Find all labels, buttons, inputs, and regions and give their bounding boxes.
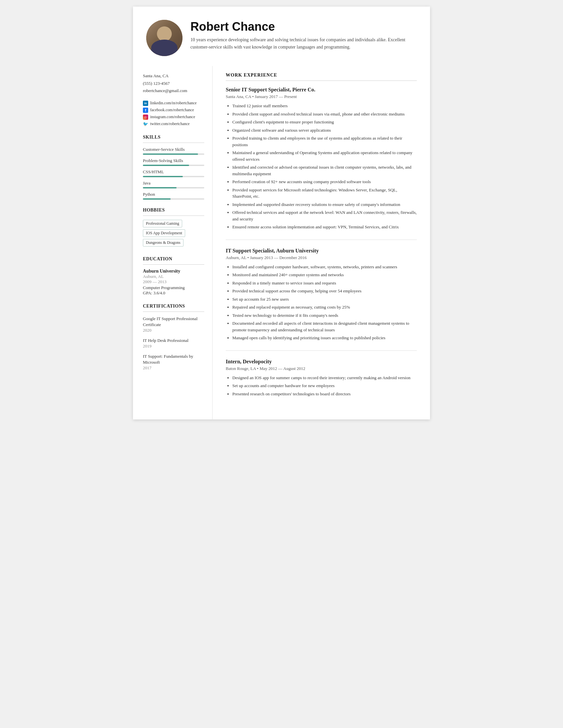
- skill-bar-bg: [143, 165, 204, 166]
- job-bullet: Provided client support and resolved tec…: [232, 111, 417, 117]
- job-bullet: Provided training to clients and employe…: [232, 135, 417, 148]
- skill-name: Customer-Service Skills: [143, 147, 204, 152]
- work-experience-divider: [226, 81, 417, 81]
- job-divider: [226, 240, 417, 240]
- job-bullet: Set up accounts and computer hardware fo…: [232, 382, 417, 389]
- certifications-section: CERTIFICATIONS Google IT Support Profess…: [143, 304, 204, 371]
- skill-bar-bg: [143, 187, 204, 188]
- skill-bar-bg: [143, 153, 204, 155]
- contact-block: Santa Ana, CA (555) 123-4567 robertchanc…: [143, 73, 204, 94]
- edu-gpa: GPA: 3.6/4.0: [143, 290, 204, 296]
- skill-name: Python: [143, 192, 204, 197]
- education-divider: [143, 264, 204, 265]
- job-meta: Baton Rouge, LA • May 2012 — August 2012: [226, 366, 417, 371]
- job-bullet: Identified and corrected or advised on o…: [232, 164, 417, 177]
- education-entry: Auburn University Auburn, AL 2009 — 2013…: [143, 269, 204, 296]
- job-divider: [226, 350, 417, 351]
- education-section: EDUCATION Auburn University Auburn, AL 2…: [143, 256, 204, 296]
- linkedin-url: linkedin.com/in/robertchance: [150, 101, 197, 106]
- cert-entry: IT Support: Fundamentals by Microsoft 20…: [143, 353, 204, 371]
- job-title: Senior IT Support Specialist, Pierre Co.: [226, 87, 417, 93]
- social-instagram: ◎ instagram.com/robertchance: [143, 115, 204, 120]
- job-bullet: Presented research on competitors' techn…: [232, 391, 417, 397]
- candidate-summary: 10 years experience developing software …: [190, 36, 417, 51]
- social-links: in linkedin.com/in/robertchance f facebo…: [143, 101, 204, 127]
- certifications-list: Google IT Support Professional Certifica…: [143, 316, 204, 371]
- cert-name: Google IT Support Professional Certifica…: [143, 316, 204, 328]
- skill-bar-bg: [143, 198, 204, 200]
- job-bullet: Installed and configured computer hardwa…: [232, 264, 417, 270]
- skill-bar-fill: [143, 176, 183, 177]
- job-entry: Intern, Developocity Baton Rouge, LA • M…: [226, 359, 417, 397]
- job-bullet: Ensured remote access solution implement…: [232, 224, 417, 230]
- jobs-list: Senior IT Support Specialist, Pierre Co.…: [226, 87, 417, 397]
- job-bullet: Provided support services for Microsoft …: [232, 187, 417, 200]
- job-bullets: Designed an IOS app for summer camps to …: [226, 375, 417, 397]
- avatar: [146, 20, 182, 56]
- job-bullet: Set up accounts for 25 new users: [232, 296, 417, 303]
- header-section: Robert Chance 10 years experience develo…: [133, 7, 430, 66]
- main-content: WORK EXPERIENCE Senior IT Support Specia…: [212, 66, 430, 419]
- job-title: IT Support Specialist, Auburn University: [226, 248, 417, 254]
- job-bullet: Performed creation of 92+ new accounts u…: [232, 179, 417, 185]
- education-list: Auburn University Auburn, AL 2009 — 2013…: [143, 269, 204, 296]
- hobbies-section: HOBBIES Professional GamingIOS App Devel…: [143, 208, 204, 248]
- skills-list: Customer-Service Skills Problem-Solving …: [143, 147, 204, 200]
- cert-year: 2019: [143, 344, 204, 349]
- sidebar: Santa Ana, CA (555) 123-4567 robertchanc…: [133, 66, 212, 419]
- header-info: Robert Chance 10 years experience develo…: [190, 20, 417, 51]
- edu-field: Computer Programming: [143, 285, 204, 290]
- job-bullets: Installed and configured computer hardwa…: [226, 264, 417, 341]
- job-bullet: Provided technical support across the co…: [232, 288, 417, 294]
- education-title: EDUCATION: [143, 256, 204, 262]
- job-meta: Auburn, AL • January 2013 — December 201…: [226, 255, 417, 260]
- edu-location: Auburn, AL: [143, 274, 204, 279]
- work-experience-title: WORK EXPERIENCE: [226, 73, 417, 78]
- body-layout: Santa Ana, CA (555) 123-4567 robertchanc…: [133, 66, 430, 419]
- skills-divider: [143, 143, 204, 143]
- contact-phone: (555) 123-4567: [143, 80, 204, 87]
- job-entry: IT Support Specialist, Auburn University…: [226, 248, 417, 341]
- edu-school: Auburn University: [143, 269, 204, 274]
- skill-item: Problem-Solving Skills: [143, 158, 204, 166]
- cert-name: IT Help Desk Professional: [143, 338, 204, 344]
- skill-item: Customer-Service Skills: [143, 147, 204, 155]
- skill-bar-fill: [143, 198, 171, 200]
- job-title: Intern, Developocity: [226, 359, 417, 365]
- job-entry: Senior IT Support Specialist, Pierre Co.…: [226, 87, 417, 230]
- job-bullet: Maintained a general understanding of Op…: [232, 149, 417, 162]
- skills-title: SKILLS: [143, 135, 204, 140]
- skill-item: Python: [143, 192, 204, 200]
- cert-name: IT Support: Fundamentals by Microsoft: [143, 353, 204, 365]
- twitter-url: twitter.com/robertchance: [150, 121, 190, 126]
- hobbies-list: Professional GamingIOS App DevelopmentDu…: [143, 220, 204, 248]
- certifications-divider: [143, 312, 204, 312]
- job-bullets: Trained 12 junior staff membersProvided …: [226, 103, 417, 230]
- job-bullet: Designed an IOS app for summer camps to …: [232, 375, 417, 381]
- job-bullet: Organized client software and various se…: [232, 127, 417, 134]
- hobby-tag: IOS App Development: [143, 229, 204, 239]
- facebook-url: facebook.com/robertchance: [150, 108, 194, 113]
- cert-year: 2017: [143, 365, 204, 371]
- skill-bar-fill: [143, 165, 189, 166]
- facebook-icon: f: [143, 108, 148, 113]
- resume-document: Robert Chance 10 years experience develo…: [133, 7, 430, 419]
- skill-bar-fill: [143, 187, 177, 188]
- job-bullet: Offered technical services and support a…: [232, 209, 417, 222]
- social-twitter: 🐦 twitter.com/robertchance: [143, 121, 204, 127]
- job-bullet: Tested new technology to determine if it…: [232, 312, 417, 319]
- job-bullet: Responded in a timely manner to service …: [232, 280, 417, 286]
- job-bullet: Managed open calls by identifying and pr…: [232, 335, 417, 341]
- skill-bar-bg: [143, 176, 204, 177]
- cert-year: 2020: [143, 328, 204, 333]
- skill-item: Java: [143, 181, 204, 188]
- skill-bar-fill: [143, 153, 198, 155]
- hobby-tag: Dungeons & Dragons: [143, 239, 204, 248]
- twitter-icon: 🐦: [143, 121, 148, 127]
- job-bullet: Trained 12 junior staff members: [232, 103, 417, 109]
- hobbies-divider: [143, 215, 204, 216]
- edu-year: 2009 — 2013: [143, 279, 204, 284]
- social-facebook: f facebook.com/robertchance: [143, 108, 204, 113]
- certifications-title: CERTIFICATIONS: [143, 304, 204, 309]
- hobbies-title: HOBBIES: [143, 208, 204, 213]
